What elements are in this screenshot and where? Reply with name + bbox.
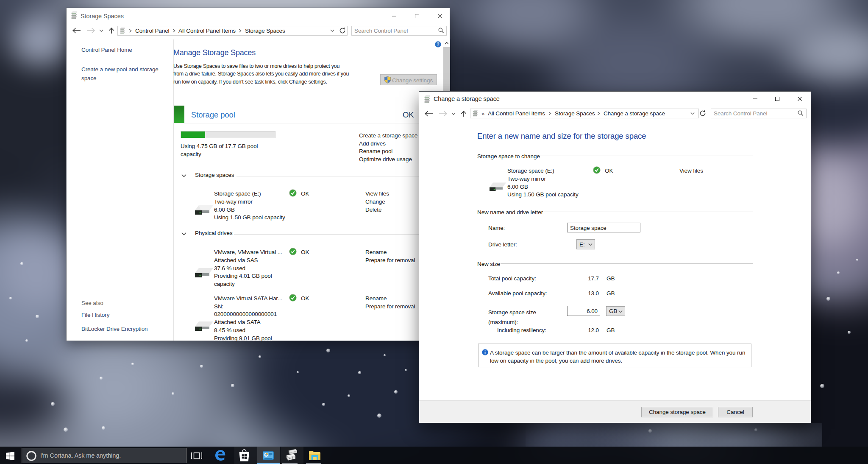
svg-text:?: ?: [437, 42, 439, 47]
